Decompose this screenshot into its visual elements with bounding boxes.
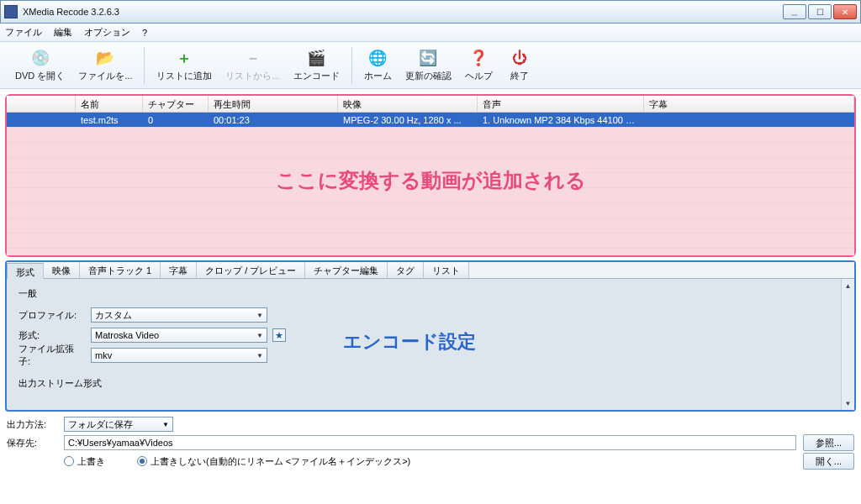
overwrite-radio[interactable]: 上書き — [64, 455, 105, 468]
question-icon: ❓ — [468, 48, 489, 68]
encode-button[interactable]: 🎬エンコード — [287, 45, 346, 85]
chevron-down-icon: ▼ — [256, 352, 263, 360]
disc-icon: 💿 — [30, 48, 50, 68]
col-video[interactable]: 映像 — [338, 96, 478, 112]
tab-video[interactable]: 映像 — [44, 262, 80, 278]
help-button[interactable]: ❓ヘルプ — [458, 45, 499, 85]
remove-list-button[interactable]: －リストから... — [219, 45, 286, 85]
profile-combo[interactable]: カスタム▼ — [91, 307, 267, 323]
menu-bar: ファイル 編集 オプション ? — [0, 24, 861, 42]
cell-audio: 1. Unknown MP2 384 Kbps 44100 Hz... — [478, 115, 644, 125]
globe-icon: 🌐 — [367, 48, 388, 68]
toolbar-separator — [351, 47, 352, 84]
favorite-button[interactable]: ★ — [272, 328, 286, 342]
col-name[interactable]: 名前 — [76, 96, 143, 112]
tab-list[interactable]: リスト — [424, 262, 469, 278]
cell-chapter: 0 — [143, 115, 209, 125]
dest-path-input[interactable]: C:¥Users¥yamaa¥Videos — [64, 435, 796, 450]
output-method-label: 出力方法: — [7, 418, 57, 431]
menu-help[interactable]: ? — [142, 28, 147, 38]
tab-chapter[interactable]: チャプター編集 — [305, 262, 388, 278]
app-icon — [4, 5, 18, 18]
close-button[interactable]: ✕ — [833, 4, 857, 19]
group-outstream: 出力ストリーム形式 — [18, 377, 843, 390]
minimize-button[interactable]: ＿ — [783, 4, 806, 19]
chevron-down-icon: ▼ — [256, 312, 263, 319]
col-audio[interactable]: 音声 — [478, 96, 644, 112]
tab-subtitle[interactable]: 字幕 — [161, 262, 197, 278]
minus-icon: － — [243, 48, 263, 68]
dest-label: 保存先: — [7, 437, 57, 449]
no-overwrite-radio[interactable]: 上書きしない(自動的にリネーム <ファイル名＋インデックス>) — [137, 455, 410, 468]
format-label: 形式: — [18, 329, 86, 342]
cell-video: MPEG-2 30.00 Hz, 1280 x ... — [338, 115, 478, 125]
radio-icon — [137, 456, 147, 466]
open-file-button[interactable]: 📂ファイルを... — [71, 45, 139, 85]
file-list-header: 名前 チャプター 再生時間 映像 音声 字幕 — [7, 96, 854, 113]
refresh-icon: 🔄 — [418, 48, 438, 68]
settings-tabs: 形式 映像 音声トラック 1 字幕 クロップ / プレビュー チャプター編集 タ… — [7, 262, 854, 279]
scroll-up-icon[interactable]: ▲ — [842, 279, 854, 292]
menu-options[interactable]: オプション — [84, 26, 130, 39]
col-chapter[interactable]: チャプター — [143, 96, 209, 112]
annotation-encode: エンコード設定 — [343, 329, 476, 354]
file-list-panel: 名前 チャプター 再生時間 映像 音声 字幕 test.m2ts 0 00:01… — [5, 94, 856, 257]
settings-panel: 形式 映像 音声トラック 1 字幕 クロップ / プレビュー チャプター編集 タ… — [5, 260, 856, 412]
exit-button[interactable]: ⏻終了 — [499, 45, 540, 85]
settings-body: 一般 プロファイル: カスタム▼ 形式: Matroska Video▼ ★ フ… — [7, 279, 854, 410]
group-general: 一般 — [18, 287, 843, 300]
file-list-body[interactable]: test.m2ts 0 00:01:23 MPEG-2 30.00 Hz, 12… — [7, 113, 854, 255]
tab-crop[interactable]: クロップ / プレビュー — [197, 262, 305, 278]
col-subtitle[interactable]: 字幕 — [644, 96, 854, 112]
settings-scrollbar[interactable]: ▲ ▼ — [841, 279, 854, 410]
tab-tag[interactable]: タグ — [388, 262, 424, 278]
clapper-icon: 🎬 — [306, 48, 326, 68]
window-title: XMedia Recode 3.2.6.3 — [23, 7, 783, 17]
chevron-down-icon: ▼ — [256, 332, 263, 339]
open-dvd-button[interactable]: 💿DVD を開く — [8, 45, 71, 85]
output-panel: 出力方法: フォルダに保存▼ 保存先: C:¥Users¥yamaa¥Video… — [7, 415, 854, 470]
format-combo[interactable]: Matroska Video▼ — [91, 328, 267, 343]
add-list-button[interactable]: ＋リストに追加 — [150, 45, 219, 85]
ext-label: ファイル拡張子: — [18, 343, 86, 368]
title-bar: XMedia Recode 3.2.6.3 ＿ ☐ ✕ — [0, 0, 861, 24]
ext-combo[interactable]: mkv▼ — [91, 348, 267, 363]
scroll-down-icon[interactable]: ▼ — [842, 396, 854, 410]
radio-icon — [64, 456, 74, 466]
chevron-down-icon: ▼ — [162, 421, 169, 428]
annotation-list: ここに変換する動画が追加される — [7, 167, 854, 194]
cell-duration: 00:01:23 — [209, 115, 338, 125]
star-icon: ★ — [275, 330, 283, 341]
maximize-button[interactable]: ☐ — [808, 4, 832, 19]
home-button[interactable]: 🌐ホーム — [357, 45, 399, 85]
col-icon[interactable] — [7, 96, 76, 112]
profile-label: プロファイル: — [18, 309, 86, 322]
update-button[interactable]: 🔄更新の確認 — [399, 45, 458, 85]
cell-name: test.m2ts — [76, 115, 143, 125]
plus-icon: ＋ — [174, 48, 194, 68]
browse-button[interactable]: 参照... — [803, 434, 854, 451]
toolbar: 💿DVD を開く 📂ファイルを... ＋リストに追加 －リストから... 🎬エン… — [0, 42, 861, 89]
menu-file[interactable]: ファイル — [5, 26, 42, 39]
toolbar-separator — [144, 47, 145, 84]
exit-icon: ⏻ — [510, 48, 530, 68]
open-button[interactable]: 開く... — [803, 453, 854, 470]
tab-format[interactable]: 形式 — [7, 263, 44, 279]
table-row[interactable]: test.m2ts 0 00:01:23 MPEG-2 30.00 Hz, 12… — [7, 113, 854, 127]
window-buttons: ＿ ☐ ✕ — [783, 4, 857, 19]
tab-audio[interactable]: 音声トラック 1 — [80, 262, 161, 278]
output-method-combo[interactable]: フォルダに保存▼ — [64, 417, 173, 432]
menu-edit[interactable]: 編集 — [54, 26, 72, 39]
folder-icon: 📂 — [95, 48, 115, 68]
col-duration[interactable]: 再生時間 — [209, 96, 338, 112]
